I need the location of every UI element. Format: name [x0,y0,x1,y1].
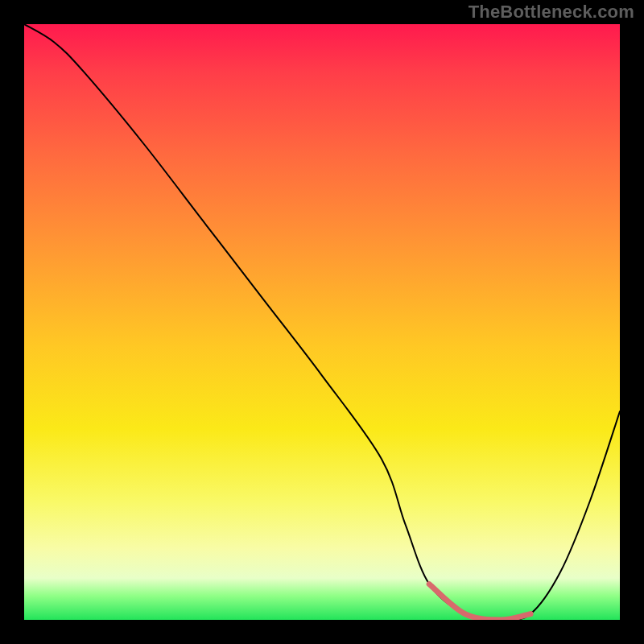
chart-frame: TheBottleneck.com [0,0,644,644]
plot-area [24,24,620,620]
optimal-range-highlight [429,584,530,620]
watermark-text: TheBottleneck.com [469,2,634,23]
bottleneck-curve [24,24,620,620]
curve-svg [24,24,620,620]
